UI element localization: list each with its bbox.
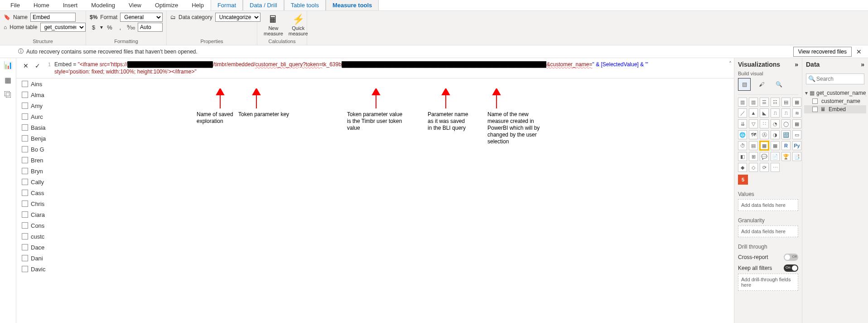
viz-area[interactable]: ▲ (749, 108, 758, 117)
slicer-item[interactable]: Alma (22, 89, 58, 100)
viz-goals[interactable]: 🏆 (781, 152, 791, 161)
viz-paginated[interactable]: 📑 (792, 152, 801, 161)
data-view-icon[interactable]: ▦ (5, 76, 11, 84)
viz-waterfall[interactable]: ⇊ (738, 119, 747, 128)
slicer-item[interactable]: Chris (22, 198, 58, 209)
tab-home[interactable]: Home (27, 0, 56, 10)
viz-arcgis[interactable]: ◆ (738, 163, 747, 172)
slicer-item[interactable]: Bo G (22, 144, 58, 155)
checkbox-icon[interactable] (22, 103, 28, 109)
viz-qa[interactable]: 💬 (760, 152, 769, 161)
thousands-button[interactable]: ⁹⁄₀₀ (127, 23, 135, 31)
datacat-select[interactable]: Uncategorized (215, 13, 260, 22)
checkbox-icon[interactable] (22, 157, 28, 163)
checkbox-icon[interactable] (812, 107, 818, 112)
viz-html5[interactable]: 5 (738, 175, 748, 185)
checkbox-icon[interactable] (22, 201, 28, 207)
viz-100col[interactable]: ▦ (792, 98, 801, 107)
slicer-item[interactable]: Dani (22, 253, 58, 264)
checkbox-icon[interactable] (22, 222, 28, 229)
hometable-select[interactable]: get_customer_nam… (40, 23, 86, 32)
slicer-item[interactable]: Aurc (22, 111, 58, 122)
keep-filters-toggle[interactable]: On (784, 264, 798, 272)
cross-report-toggle[interactable]: Off (784, 254, 798, 261)
checkbox-icon[interactable] (22, 81, 28, 87)
viz-100bar[interactable]: ▤ (781, 98, 791, 107)
slicer-item[interactable]: Davic (22, 264, 58, 274)
viz-clustered-col[interactable]: ☷ (771, 98, 780, 107)
checkbox-icon[interactable] (22, 255, 28, 261)
checkbox-icon[interactable] (22, 168, 28, 174)
drill-dropwell[interactable]: Add drill-through fields here (738, 274, 798, 291)
viz-narrative[interactable]: 📄 (771, 152, 780, 161)
analytics-mode[interactable]: 🔍 (772, 78, 785, 91)
viz-stacked-area[interactable]: ◣ (760, 108, 769, 117)
checkbox-icon[interactable] (812, 98, 818, 104)
tab-file[interactable]: File (4, 0, 27, 10)
slicer-item[interactable]: Ciara (22, 209, 58, 220)
viz-py[interactable]: Py (792, 141, 801, 150)
format-select[interactable]: General (120, 13, 163, 22)
viz-decomp[interactable]: ⊞ (749, 152, 758, 161)
name-input[interactable] (30, 13, 76, 22)
viz-multi-card[interactable]: ▭ (792, 130, 801, 139)
checkbox-icon[interactable] (22, 135, 28, 142)
new-measure-button[interactable]: 🖩 New measure (261, 13, 286, 37)
viz-azure-map[interactable]: Ⓐ (760, 130, 769, 139)
recovery-close-button[interactable]: ✕ (854, 48, 864, 55)
viz-treemap[interactable]: ▦ (792, 119, 801, 128)
slicer-item[interactable]: Basia (22, 122, 58, 133)
tree-field-embed[interactable]: 🖩 Embed (804, 105, 866, 113)
slicer-item[interactable]: Dace (22, 242, 58, 253)
viz-collapse-icon[interactable]: » (795, 61, 798, 68)
gran-dropwell[interactable]: Add data fields here (738, 225, 798, 237)
checkbox-icon[interactable] (22, 113, 28, 120)
viz-scatter[interactable]: ∷ (760, 119, 769, 128)
viz-line-col2[interactable]: ⎍ (781, 108, 791, 117)
model-view-icon[interactable]: ⿻ (5, 91, 12, 99)
viz-line-col[interactable]: ⎍ (771, 108, 780, 117)
slicer-item[interactable]: Cass (22, 187, 58, 198)
tab-table-tools[interactable]: Table tools (284, 0, 326, 10)
report-view-icon[interactable]: 📊 (4, 61, 13, 69)
checkbox-icon[interactable] (22, 190, 28, 196)
viz-matrix[interactable]: ▦ (771, 141, 780, 150)
viz-funnel[interactable]: ▽ (749, 119, 758, 128)
formula-commit-button[interactable]: ✓ (33, 61, 43, 71)
slicer-item[interactable]: Cons (22, 220, 58, 231)
format-visual-mode[interactable]: 🖌 (755, 78, 768, 91)
tab-view[interactable]: View (122, 0, 148, 10)
viz-filled-map[interactable]: 🗺 (749, 130, 758, 139)
viz-r[interactable]: R (781, 141, 791, 150)
slicer[interactable]: AinsAlmaAmyAurcBasiaBenjaBo GBrenBrynCal… (22, 78, 58, 274)
tab-insert[interactable]: Insert (56, 0, 85, 10)
slicer-item[interactable]: Amy (22, 100, 58, 111)
viz-card[interactable]: 🔢 (781, 130, 791, 139)
values-dropwell[interactable]: Add data fields here (738, 199, 798, 211)
viz-slicer[interactable]: ▤ (749, 141, 758, 150)
viz-more[interactable]: ⋯ (771, 163, 780, 172)
currency-button[interactable]: $ (90, 23, 97, 31)
viz-gauge[interactable]: ◑ (771, 130, 780, 139)
tree-table[interactable]: ▾ ▦ get_customer_name_qu… (804, 89, 866, 97)
checkbox-icon[interactable] (22, 233, 28, 240)
formula-collapse-button[interactable]: ˄ (727, 58, 734, 67)
slicer-item[interactable]: Ains (22, 78, 58, 89)
data-collapse-icon[interactable]: » (861, 61, 864, 68)
checkbox-icon[interactable] (22, 124, 28, 131)
tree-field-customer-name[interactable]: customer_name (804, 97, 866, 105)
tab-help[interactable]: Help (185, 0, 211, 10)
checkbox-icon[interactable] (22, 266, 28, 272)
percent-button[interactable]: % (106, 23, 113, 31)
slicer-item[interactable]: Bryn (22, 166, 58, 176)
tab-modeling[interactable]: Modeling (84, 0, 122, 10)
checkbox-icon[interactable] (22, 244, 28, 250)
viz-stacked-col[interactable]: ▥ (749, 98, 758, 107)
quick-measure-button[interactable]: ⚡ Quick measure (286, 13, 311, 37)
build-visual-mode[interactable]: ▤ (738, 78, 751, 91)
viz-ribbon[interactable]: ≋ (792, 108, 801, 117)
slicer-item[interactable]: Cally (22, 176, 58, 187)
viz-key-inf[interactable]: ◧ (738, 152, 747, 161)
slicer-item[interactable]: Benja (22, 133, 58, 144)
checkbox-icon[interactable] (22, 211, 28, 218)
